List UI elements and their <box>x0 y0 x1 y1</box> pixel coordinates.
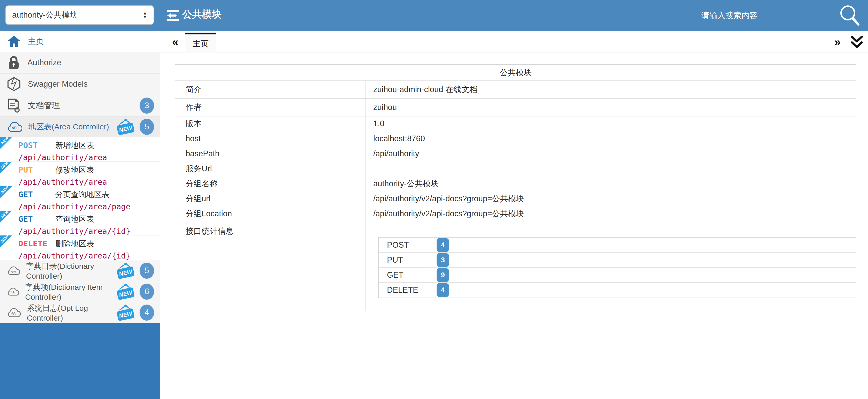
method-label: DELETE <box>18 239 55 248</box>
method-label: POST <box>18 141 55 150</box>
cloud-api-icon: API <box>7 286 19 297</box>
new-tag-icon: NEW <box>115 262 136 279</box>
api-item-post-area[interactable]: NEW POST 新增地区表 /api/authority/area <box>0 137 160 162</box>
row-label: 分组url <box>175 191 366 206</box>
tab-home-label: 主页 <box>193 38 209 49</box>
tabs-scroll-left-icon[interactable]: « <box>168 31 183 53</box>
row-value: authority-公共模块 <box>366 176 856 191</box>
api-item-get-area-page[interactable]: NEW GET 分页查询地区表 /api/authority/area/page <box>0 186 160 211</box>
api-name: 修改地区表 <box>55 165 94 175</box>
api-name: 删除地区表 <box>55 238 94 249</box>
search-icon[interactable] <box>839 4 861 27</box>
table-title: 公共模块 <box>175 65 856 81</box>
api-item-get-area-id[interactable]: NEW GET 查询地区表 /api/authority/area/{id} <box>0 211 160 235</box>
group-select[interactable]: authority-公共模块 ▲▼ <box>5 5 154 25</box>
svg-text:API: API <box>11 312 17 315</box>
sidebar-controller-opt-log[interactable]: API 系统日志(Opt Log Controller) NEW 4 <box>0 302 160 323</box>
api-name: 分页查询地区表 <box>55 190 110 200</box>
new-ribbon-icon: NEW <box>0 137 12 149</box>
count-badge: 6 <box>140 284 154 300</box>
sidebar-item-doc-manage[interactable]: 文档管理 3 <box>0 95 160 116</box>
search-input[interactable] <box>649 7 757 24</box>
row-value: /api/authority/v2/api-docs?group=公共模块 <box>366 191 856 206</box>
row-label: host <box>175 131 366 146</box>
tabstrip-divider <box>848 32 848 53</box>
new-tag-icon: NEW <box>115 118 136 135</box>
row-label: 作者 <box>175 98 366 116</box>
document-gear-icon <box>7 98 21 113</box>
sidebar-controller-dictionary-item[interactable]: API 字典项(Dictionary Item Controller) NEW … <box>0 281 160 302</box>
table-row: 作者 zuihou <box>175 98 856 116</box>
stats-method-label: PUT <box>379 253 430 267</box>
table-row: 版本 1.0 <box>175 116 856 131</box>
new-ribbon-icon: NEW <box>0 235 12 247</box>
tabs-scroll-right-icon[interactable]: » <box>830 31 845 53</box>
sidebar-controller-dictionary[interactable]: API 字典目录(Dictionary Controller) NEW 5 <box>0 260 160 281</box>
stats-count-badge: 4 <box>437 238 449 252</box>
api-item-put-area[interactable]: NEW PUT 修改地区表 /api/authority/area <box>0 162 160 186</box>
new-ribbon-icon: NEW <box>0 162 12 174</box>
svg-text:API: API <box>11 126 18 130</box>
tab-strip: « 主页 » <box>160 31 868 53</box>
hexagon-models-icon <box>7 77 21 91</box>
controller-label: 地区表(Area Controller) <box>28 122 109 132</box>
row-value <box>366 161 856 176</box>
sidebar: 主页 Authorize Swagger Models <box>0 31 160 399</box>
controller-label: 系统日志(Opt Log Controller) <box>27 303 115 322</box>
row-value: /api/authority <box>366 146 856 161</box>
table-row: 分组名称 authority-公共模块 <box>175 176 856 191</box>
row-label: 服务Url <box>175 161 366 176</box>
row-label: 分组Location <box>175 206 366 221</box>
api-item-delete-area-id[interactable]: NEW DELETE 删除地区表 /api/authority/area/{id… <box>0 235 160 260</box>
sidebar-item-label: 文档管理 <box>28 100 60 111</box>
sidebar-item-swagger-models[interactable]: Swagger Models <box>0 73 160 95</box>
table-row: 简介 zuihou-admin-cloud 在线文档 <box>175 81 856 98</box>
count-badge: 4 <box>140 305 154 321</box>
table-row: 分组url /api/authority/v2/api-docs?group=公… <box>175 191 856 206</box>
new-tag-icon: NEW <box>115 304 136 321</box>
svg-text:API: API <box>10 291 15 294</box>
row-value: localhost:8760 <box>366 131 856 146</box>
new-tag-icon: NEW <box>115 283 136 300</box>
api-stats-table: POST 4 PUT 3 GET 9 DELETE 4 <box>378 237 856 298</box>
count-badge: 5 <box>140 119 154 135</box>
api-stats-row: 接口统计信息 POST 4 PUT 3 GET 9 <box>175 221 856 311</box>
cloud-api-icon: API <box>7 265 20 276</box>
stats-method-label: DELETE <box>379 283 430 297</box>
api-path: /api/authority/area/page <box>18 202 158 211</box>
stats-row: PUT 3 <box>379 253 856 267</box>
row-value: /api/authority/v2/api-docs?group=公共模块 <box>366 206 856 221</box>
app-header: authority-公共模块 ▲▼ 公共模块 <box>0 0 868 31</box>
count-badge: 3 <box>140 97 154 114</box>
tab-home[interactable]: 主页 <box>185 33 216 53</box>
stats-row: POST 4 <box>379 237 856 253</box>
stats-method-label: POST <box>379 237 430 252</box>
method-label: PUT <box>18 165 55 174</box>
row-label: 版本 <box>175 116 366 131</box>
sidebar-controller-area[interactable]: API 地区表(Area Controller) NEW 5 <box>0 116 160 137</box>
row-label: 分组名称 <box>175 176 366 191</box>
row-label: 接口统计信息 <box>175 221 366 311</box>
method-label: GET <box>18 214 55 224</box>
cloud-api-icon: API <box>7 307 21 318</box>
table-row: 分组Location /api/authority/v2/api-docs?gr… <box>175 206 856 221</box>
stats-row: GET 9 <box>379 267 856 283</box>
table-row: basePath /api/authority <box>175 146 856 161</box>
count-badge: 5 <box>140 263 154 279</box>
sidebar-item-authorize[interactable]: Authorize <box>0 52 160 73</box>
row-value: 1.0 <box>366 116 856 131</box>
stats-count-badge: 9 <box>437 268 449 282</box>
api-path: /api/authority/area/{id} <box>18 227 158 236</box>
row-label: 简介 <box>175 81 366 98</box>
page-title: 公共模块 <box>182 8 221 21</box>
collapse-all-icon[interactable] <box>849 35 865 50</box>
tabstrip-divider <box>827 32 827 53</box>
sidebar-item-label: Swagger Models <box>28 80 88 89</box>
row-value: POST 4 PUT 3 GET 9 DELETE 4 <box>366 221 856 311</box>
row-value: zuihou-admin-cloud 在线文档 <box>366 81 856 98</box>
method-label: GET <box>18 190 55 199</box>
module-info-table: 公共模块 简介 zuihou-admin-cloud 在线文档 作者 zuiho… <box>175 64 856 311</box>
api-path: /api/authority/area/{id} <box>18 251 158 260</box>
new-ribbon-icon: NEW <box>0 211 12 223</box>
sidebar-item-home[interactable]: 主页 <box>0 31 160 52</box>
